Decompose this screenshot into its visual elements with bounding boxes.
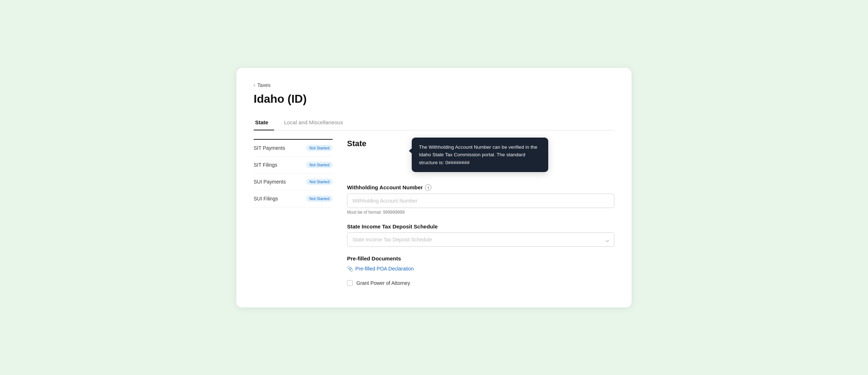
badge-sui-filings: Not Started xyxy=(306,195,333,202)
sidebar-item-sui-filings[interactable]: SUI Filings Not Started xyxy=(254,190,333,207)
prefilled-docs-group: Pre-filled Documents 📎 Pre-filled POA De… xyxy=(347,255,614,272)
prefilled-section-title: Pre-filled Documents xyxy=(347,255,614,261)
withholding-account-input[interactable] xyxy=(347,194,614,208)
clip-icon: 📎 xyxy=(347,266,353,272)
sidebar-item-sui-payments[interactable]: SUI Payments Not Started xyxy=(254,173,333,190)
tooltip-text: The Withholding Account Number can be ve… xyxy=(419,144,537,165)
deposit-schedule-select[interactable]: State Income Tax Deposit Schedule xyxy=(347,232,614,247)
grant-poa-checkbox[interactable] xyxy=(347,280,353,286)
sidebar-label-sit-payments: SIT Payments xyxy=(254,145,285,151)
badge-sui-payments: Not Started xyxy=(306,179,333,185)
breadcrumb[interactable]: ‹ Taxes xyxy=(254,82,614,88)
deposit-schedule-label: State Income Tax Deposit Schedule xyxy=(347,223,614,230)
tab-local[interactable]: Local and Miscellaneous xyxy=(283,116,349,130)
breadcrumb-taxes-link[interactable]: Taxes xyxy=(257,82,271,88)
sidebar: SIT Payments Not Started SIT Filings Not… xyxy=(254,130,333,286)
deposit-schedule-select-wrapper: State Income Tax Deposit Schedule ⌵ xyxy=(347,232,614,247)
back-chevron-icon: ‹ xyxy=(254,82,255,88)
main-form: State The Withholding Account Number can… xyxy=(347,130,614,286)
tab-state[interactable]: State xyxy=(254,116,274,130)
tab-bar: State Local and Miscellaneous xyxy=(254,116,614,130)
badge-sit-filings: Not Started xyxy=(306,162,333,168)
prefilled-poa-link[interactable]: 📎 Pre-filled POA Declaration xyxy=(347,266,614,272)
grant-poa-label: Grant Power of Attorney xyxy=(356,280,410,286)
prefilled-poa-label: Pre-filled POA Declaration xyxy=(355,266,414,272)
badge-sit-payments: Not Started xyxy=(306,145,333,151)
sidebar-item-sit-filings[interactable]: SIT Filings Not Started xyxy=(254,157,333,173)
withholding-info-icon[interactable]: i xyxy=(425,184,431,191)
withholding-tooltip: The Withholding Account Number can be ve… xyxy=(412,138,548,172)
sidebar-label-sit-filings: SIT Filings xyxy=(254,162,277,168)
main-card: ‹ Taxes Idaho (ID) State Local and Misce… xyxy=(236,68,632,307)
sidebar-item-sit-payments[interactable]: SIT Payments Not Started xyxy=(254,139,333,157)
withholding-field-group: Withholding Account Number i Must be of … xyxy=(347,184,614,215)
content-area: SIT Payments Not Started SIT Filings Not… xyxy=(254,130,614,286)
deposit-schedule-field-group: State Income Tax Deposit Schedule State … xyxy=(347,223,614,247)
page-title: Idaho (ID) xyxy=(254,92,614,106)
withholding-label: Withholding Account Number i xyxy=(347,184,614,191)
sidebar-label-sui-payments: SUI Payments xyxy=(254,179,286,185)
sidebar-label-sui-filings: SUI Filings xyxy=(254,196,278,202)
withholding-hint: Must be of format: 999999999 xyxy=(347,210,614,215)
grant-poa-row: Grant Power of Attorney xyxy=(347,280,614,286)
